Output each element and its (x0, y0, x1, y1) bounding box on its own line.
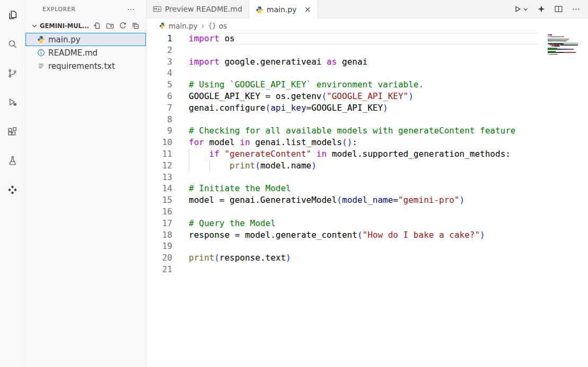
code-line[interactable]: 8 (146, 114, 539, 126)
activity-explorer-button[interactable] (0, 2, 25, 28)
tab-close-button[interactable]: × (304, 5, 311, 14)
markdown-icon (153, 5, 162, 14)
line-number: 10 (146, 137, 172, 148)
line-number: 11 (146, 148, 172, 160)
activity-testing-button[interactable] (0, 148, 25, 173)
explorer-title: EXPLORER (42, 6, 127, 13)
files-icon (7, 10, 18, 21)
line-number: 4 (146, 67, 172, 79)
line-number: 13 (146, 172, 172, 183)
collapse-all-icon[interactable] (131, 22, 139, 30)
code-line[interactable]: 18response = model.generate_content("How… (146, 229, 539, 241)
code-line[interactable]: 3import google.generativeai as genai (146, 56, 539, 68)
code-line[interactable]: 12 print(model.name) (146, 160, 539, 172)
line-number: 17 (146, 218, 172, 229)
breadcrumb-symbol-label: os (219, 22, 227, 30)
editor-group: Preview README.md main.py × (146, 0, 588, 367)
code-line[interactable]: 14# Initiate the Model (146, 183, 539, 194)
four-diamonds-icon (7, 184, 18, 195)
editor-actions (513, 0, 588, 18)
line-number: 1 (146, 33, 172, 44)
symbol-namespace-icon: {} (208, 22, 216, 30)
code-line[interactable]: 17# Query the Model (146, 218, 539, 229)
search-icon (7, 39, 18, 50)
explorer-more-actions-button[interactable] (127, 5, 135, 14)
code-line[interactable]: 9# Checking for all available models wit… (146, 125, 539, 137)
line-number: 19 (146, 240, 172, 252)
breadcrumb-separator: › (201, 21, 205, 31)
line-number: 16 (146, 206, 172, 218)
code-line[interactable]: 10for model in genai.list_models(): (146, 137, 539, 148)
run-python-file-button[interactable] (513, 5, 529, 14)
python-icon (256, 6, 264, 14)
activity-source-control-button[interactable] (0, 60, 25, 86)
indent-guide-line (189, 148, 189, 160)
split-editor-icon[interactable] (554, 5, 563, 14)
line-number: 15 (146, 194, 172, 206)
activity-custom-extension-button[interactable] (0, 177, 25, 202)
chevron-down-icon (523, 6, 529, 12)
line-number: 9 (146, 125, 172, 137)
indent-guide-line (189, 160, 189, 172)
text-file-icon (37, 62, 45, 70)
line-number: 14 (146, 183, 172, 194)
code-line[interactable]: 1import os (146, 33, 539, 44)
indent-guide-line (209, 160, 210, 172)
run-icon (513, 5, 522, 14)
testing-icon (7, 155, 18, 166)
line-number: 8 (146, 114, 172, 126)
line-number: 12 (146, 160, 172, 172)
extensions-icon (7, 126, 18, 137)
activity-bar (0, 0, 25, 367)
file-label: requirements.txt (48, 61, 115, 71)
code-line[interactable]: 21 (146, 264, 539, 275)
activity-search-button[interactable] (0, 31, 25, 57)
new-folder-icon[interactable] (106, 22, 114, 30)
line-number: 20 (146, 252, 172, 264)
refresh-icon[interactable] (119, 22, 127, 30)
activity-extensions-button[interactable] (0, 119, 25, 144)
code-line[interactable]: 15model = genai.GenerativeModel(model_na… (146, 194, 539, 206)
code-editor[interactable]: 1import os23import google.generativeai a… (146, 33, 588, 367)
tab-preview-readme[interactable]: Preview README.md (146, 0, 249, 18)
tab-bar: Preview README.md main.py × (146, 0, 588, 19)
file-item-main-py[interactable]: main.py (25, 33, 146, 46)
activity-run-debug-button[interactable] (0, 89, 25, 115)
sparkle-icon[interactable] (537, 5, 546, 13)
run-debug-icon (7, 97, 18, 108)
code-line[interactable]: 6GOOGLE_API_KEY = os.getenv("GOOGLE_API_… (146, 91, 539, 102)
file-label: README.md (48, 48, 98, 58)
python-icon (159, 22, 166, 29)
tab-main-py[interactable]: main.py × (249, 0, 318, 19)
tab-label: main.py (267, 5, 297, 14)
file-item-readme-md[interactable]: README.md (25, 46, 146, 59)
line-number: 21 (146, 264, 172, 275)
breadcrumb-file-label: main.py (169, 22, 198, 30)
code-lines[interactable]: 1import os23import google.generativeai a… (146, 33, 539, 275)
explorer-section-header[interactable]: GEMINI-MUL... (25, 19, 146, 33)
line-number: 7 (146, 102, 172, 114)
explorer-sidebar: EXPLORER GEMINI-MUL... (25, 0, 146, 367)
breadcrumb-item-file[interactable]: main.py (159, 22, 198, 30)
code-line[interactable]: 19 (146, 240, 539, 252)
minimap[interactable] (548, 34, 583, 56)
code-line[interactable]: 13 (146, 172, 539, 183)
breadcrumb-item-symbol[interactable]: {} os (208, 22, 227, 30)
code-line[interactable]: 4 (146, 67, 539, 79)
code-line[interactable]: 5# Using `GOOGLE_API_KEY` environment va… (146, 79, 539, 91)
source-control-icon (7, 68, 18, 79)
file-item-requirements-txt[interactable]: requirements.txt (25, 59, 146, 73)
tab-label: Preview README.md (165, 5, 242, 13)
new-file-icon[interactable] (93, 22, 101, 30)
chevron-down-icon (31, 22, 38, 30)
code-line[interactable]: 20print(response.text) (146, 252, 539, 264)
python-icon (37, 35, 45, 43)
ellipsis-icon[interactable] (572, 5, 581, 14)
code-line[interactable]: 2 (146, 44, 539, 56)
info-icon (37, 49, 45, 57)
code-line[interactable]: 11 if "generateContent" in model.support… (146, 148, 539, 160)
line-number: 6 (146, 91, 172, 102)
breadcrumb: main.py › {} os (146, 19, 588, 33)
code-line[interactable]: 16 (146, 206, 539, 218)
code-line[interactable]: 7genai.configure(api_key=GOOGLE_API_KEY) (146, 102, 539, 114)
